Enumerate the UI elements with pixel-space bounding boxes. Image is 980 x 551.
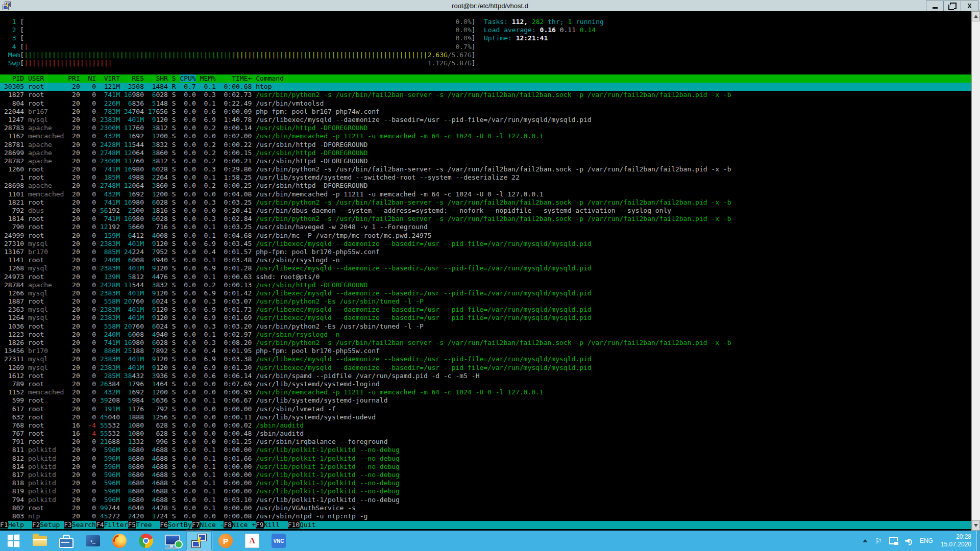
process-row[interactable]: 617 root 20 0 191M 1176 792 S 0.0 0.0 0:… (0, 405, 971, 413)
process-row[interactable]: 1 root 20 0 185M 4988 2264 S 0.0 0.1 1:5… (0, 173, 971, 182)
taskbar-firefox[interactable] (106, 531, 133, 551)
taskbar-prtg[interactable]: P (212, 531, 239, 551)
process-row[interactable]: 794 polkitd 20 0 596M 8680 4688 S 0.0 0.… (0, 496, 971, 504)
process-row[interactable]: 632 root 20 0 45040 1888 1256 S 0.0 0.0 … (0, 413, 971, 421)
process-row[interactable]: 1223 root 20 0 240M 6008 4940 S 0.0 0.1 … (0, 331, 971, 339)
start-button[interactable] (0, 531, 27, 551)
process-row[interactable]: 1260 root 20 0 741M 16980 6028 S 0.0 0.3… (0, 165, 971, 173)
process-row[interactable]: 811 polkitd 20 0 596M 8680 4688 S 0.0 0.… (0, 446, 971, 454)
minimize-button[interactable] (926, 1, 943, 11)
process-row[interactable]: 767 root 16 -4 55532 1080 628 S 0.0 0.0 … (0, 430, 971, 438)
maximize-button[interactable] (943, 1, 961, 11)
process-row[interactable]: 804 root 20 0 226M 6836 5148 S 0.0 0.1 0… (0, 99, 971, 108)
taskbar-chrome[interactable] (133, 531, 159, 551)
process-row[interactable]: 802 root 20 0 99744 6040 4428 S 0.0 0.1 … (0, 504, 971, 512)
taskbar-remote-desktop[interactable] (159, 531, 186, 551)
process-row[interactable]: 768 root 16 -4 55532 1080 628 S 0.0 0.0 … (0, 421, 971, 430)
process-row[interactable]: 28781 apache 20 0 2428M 11544 3832 S 0.0… (0, 141, 971, 149)
tray-date: 15.07.2020 (941, 541, 971, 548)
process-row[interactable]: 817 polkitd 20 0 596M 8680 4688 S 0.0 0.… (0, 471, 971, 479)
process-table-header[interactable]: PID USER PRI NI VIRT RES SHR S CPU% MEM%… (0, 74, 971, 83)
process-row[interactable]: 789 root 20 0 26384 1796 1464 S 0.0 0.0 … (0, 380, 971, 388)
taskbar-adobe-reader[interactable]: A (239, 531, 265, 551)
process-row[interactable]: 1266 mysql 20 0 2383M 401M 9120 S 0.0 6.… (0, 289, 971, 297)
process-row[interactable]: 27311 mysql 20 0 2383M 401M 9120 S 0.0 6… (0, 355, 971, 363)
network-icon (889, 537, 898, 544)
process-row[interactable]: 28784 apache 20 0 2428M 11544 3832 S 0.0… (0, 281, 971, 289)
tray-language-button[interactable]: ENG (915, 537, 938, 544)
process-row[interactable]: 24973 root 20 0 139M 5812 4476 S 0.0 0.1… (0, 273, 971, 281)
process-row[interactable]: 27310 mysql 20 0 2383M 401M 9120 S 0.0 6… (0, 240, 971, 248)
close-button[interactable]: X (961, 1, 978, 11)
powershell-icon: ›_ (86, 535, 100, 546)
taskbar-vnc-viewer[interactable]: VNC (265, 531, 292, 551)
process-row[interactable]: 1887 root 20 0 558M 20760 6024 S 0.0 0.3… (0, 297, 971, 306)
scroll-down-button[interactable] (972, 520, 980, 531)
process-row[interactable]: 1036 root 20 0 558M 20760 6024 S 0.0 0.3… (0, 322, 971, 331)
process-row[interactable]: 28783 apache 20 0 2300M 11760 3812 S 0.0… (0, 124, 971, 132)
terminal[interactable]: 1 [ 0.0%] 2 [ (0, 11, 971, 531)
taskbar-putty-active[interactable] (186, 531, 212, 551)
process-row[interactable]: 28699 apache 20 0 2748M 12064 3860 S 0.0… (0, 149, 971, 157)
process-row[interactable]: 22044 br167 20 0 783M 34704 17656 S 0.0 … (0, 108, 971, 116)
chevron-up-icon (863, 539, 868, 542)
vnc-viewer-icon: VNC (272, 534, 286, 548)
process-row[interactable]: 1101 memcached 20 0 432M 1692 1200 S 0.0… (0, 190, 971, 198)
cpu-meter-2: 2 [ 0.0%] (4, 26, 476, 34)
windows-logo-icon (8, 534, 19, 547)
process-row[interactable]: 819 polkitd 20 0 596M 8680 4688 S 0.0 0.… (0, 487, 971, 495)
show-desktop-button[interactable] (976, 531, 980, 551)
cpu-meter-4: 4 [| 0.7%] (4, 43, 476, 51)
process-row[interactable]: 791 root 20 0 21688 1332 996 S 0.0 0.0 0… (0, 438, 971, 446)
tray-hidden-icons-button[interactable] (859, 531, 871, 551)
putty-icon (191, 534, 207, 548)
tray-time: 20:28 (941, 533, 971, 541)
process-row[interactable]: 1152 memcached 20 0 432M 1692 1200 S 0.0… (0, 388, 971, 396)
taskbar-file-explorer[interactable] (27, 531, 53, 551)
process-row[interactable]: 1268 mysql 20 0 2383M 401M 9120 S 0.0 6.… (0, 264, 971, 272)
taskbar-powershell[interactable]: ›_ (80, 531, 106, 551)
process-row[interactable]: 1141 root 20 0 240M 6008 4940 S 0.0 0.1 … (0, 256, 971, 264)
swap-meter: Swp[|||||||||||||||||||||| 1.12G/5.87G] (4, 59, 476, 67)
process-row[interactable]: 818 polkitd 20 0 596M 8680 4688 S 0.0 0.… (0, 479, 971, 487)
process-row[interactable]: 803 ntp 20 0 45272 2420 1724 S 0.0 0.0 0… (0, 512, 971, 520)
process-row[interactable]: 1247 mysql 20 0 2383M 401M 9120 S 0.0 6.… (0, 116, 971, 124)
tray-clock[interactable]: 20:28 15.07.2020 (938, 533, 976, 548)
function-key-bar[interactable]: F1Help F2Setup F3SearchF4FilterF5Tree F6… (0, 521, 971, 529)
chrome-icon (139, 534, 153, 548)
tray-volume-button[interactable] (901, 531, 915, 551)
process-row[interactable]: 2363 mysql 20 0 2383M 401M 9120 S 0.0 6.… (0, 306, 971, 314)
process-row[interactable]: 1162 memcached 20 0 432M 1692 1200 S 0.0… (0, 132, 971, 140)
process-row[interactable]: 1814 root 20 0 741M 16980 6028 S 0.0 0.3… (0, 215, 971, 223)
taskbar-server-manager[interactable] (53, 531, 80, 551)
process-row[interactable]: 13456 br170 20 0 886M 25188 7892 S 0.0 0… (0, 347, 971, 355)
process-row[interactable]: 1827 root 20 0 741M 16980 6028 S 0.0 0.3… (0, 91, 971, 99)
process-row[interactable]: 812 polkitd 20 0 596M 8680 4688 S 0.0 0.… (0, 455, 971, 463)
process-row[interactable]: 1821 root 20 0 741M 16980 6028 S 0.0 0.3… (0, 198, 971, 207)
uptime: Uptime: 12:21:41 (484, 34, 604, 42)
process-row[interactable]: 792 dbus 20 0 56192 2500 1816 S 0.0 0.0 … (0, 207, 971, 215)
terminal-scrollbar[interactable] (971, 11, 980, 531)
process-row[interactable]: 24999 root 20 0 159M 6412 4008 S 0.0 0.1… (0, 232, 971, 240)
process-row[interactable]: 28782 apache 20 0 2300M 11760 3812 S 0.0… (0, 157, 971, 165)
tray-action-center-button[interactable]: ⚐ (871, 531, 885, 551)
process-list: 30305 root 20 0 121M 3508 1484 R 0.7 0.1… (0, 83, 971, 520)
minimize-icon (933, 7, 938, 9)
process-row[interactable]: 814 polkitd 20 0 596M 8680 4688 S 0.0 0.… (0, 463, 971, 471)
process-row[interactable]: 790 root 20 0 12192 5660 716 S 0.0 0.1 0… (0, 223, 971, 231)
process-row[interactable]: 13167 br170 20 0 885M 24224 7952 S 0.0 0… (0, 248, 971, 256)
process-row[interactable]: 28698 apache 20 0 2748M 12064 3860 S 0.0… (0, 182, 971, 190)
tray-network-button[interactable] (886, 531, 901, 551)
firefox-icon (112, 534, 127, 548)
process-row[interactable]: 599 root 20 0 39208 5984 5636 S 0.0 0.1 … (0, 396, 971, 405)
process-row[interactable]: 1269 mysql 20 0 2383M 401M 9120 S 0.0 6.… (0, 364, 971, 372)
process-row[interactable]: 30305 root 20 0 121M 3508 1484 R 0.7 0.1… (0, 83, 971, 91)
process-row[interactable]: 1612 root 20 0 285M 38432 3936 S 0.0 0.6… (0, 372, 971, 380)
scroll-up-button[interactable] (972, 11, 980, 21)
window-titlebar[interactable]: root@br:/etc/httpd/vhost.d X (0, 0, 980, 12)
process-row[interactable]: 1264 mysql 20 0 2383M 401M 9120 S 0.0 6.… (0, 314, 971, 322)
prtg-icon: P (218, 534, 233, 548)
process-row[interactable]: 1826 root 20 0 741M 16980 6028 S 0.0 0.3… (0, 339, 971, 347)
close-icon: X (967, 3, 971, 9)
system-summary: Tasks: 112, 282 thr; 1 runningLoad avera… (484, 18, 604, 43)
